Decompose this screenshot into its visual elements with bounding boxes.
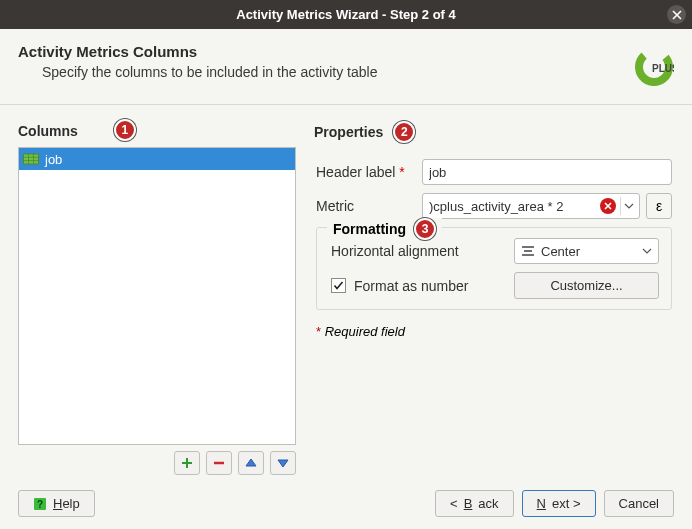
required-note: * Required field (316, 324, 672, 339)
customize-button[interactable]: Customize... (514, 272, 659, 299)
chevron-down-icon (624, 203, 634, 209)
annotation-badge-3: 3 (414, 218, 436, 240)
columns-section-title: Columns 1 (18, 121, 296, 141)
cancel-button[interactable]: Cancel (604, 490, 674, 517)
svg-text:PLUS: PLUS (652, 63, 674, 74)
column-list-item[interactable]: job (19, 148, 295, 170)
page-title: Activity Metrics Columns (18, 43, 674, 60)
epsilon-icon: ε (656, 198, 662, 214)
chevron-down-icon (642, 248, 652, 254)
annotation-badge-2: 2 (393, 121, 415, 143)
window-title: Activity Metrics Wizard - Step 2 of 4 (236, 7, 456, 22)
add-column-button[interactable] (174, 451, 200, 475)
columns-listbox[interactable]: job (18, 147, 296, 445)
title-bar: Activity Metrics Wizard - Step 2 of 4 (0, 0, 692, 29)
move-down-button[interactable] (270, 451, 296, 475)
svg-rect-2 (24, 154, 39, 164)
format-number-checkbox[interactable] (331, 278, 346, 293)
back-button[interactable]: < Back (435, 490, 514, 517)
halign-select[interactable]: Center (514, 238, 659, 264)
help-button[interactable]: ? Help (18, 490, 95, 517)
halign-label: Horizontal alignment (331, 243, 506, 259)
properties-section-title: Properties 2 (314, 121, 674, 143)
cplus-logo: PLUS (634, 47, 674, 91)
check-icon (333, 280, 344, 291)
formatting-group: Formatting 3 Horizontal alignment Center (316, 227, 672, 310)
metric-label: Metric (316, 198, 416, 214)
svg-text:?: ? (37, 499, 43, 510)
triangle-up-icon (244, 456, 258, 470)
formatting-label: Formatting (333, 221, 406, 237)
metric-dropdown-button[interactable] (620, 197, 636, 215)
annotation-badge-1: 1 (114, 119, 136, 141)
help-icon: ? (33, 497, 47, 511)
format-number-label: Format as number (354, 278, 468, 294)
table-cell-icon (23, 151, 39, 167)
remove-column-button[interactable] (206, 451, 232, 475)
align-center-icon (521, 245, 535, 257)
page-subtitle: Specify the columns to be included in th… (42, 64, 674, 80)
triangle-down-icon (276, 456, 290, 470)
close-icon (672, 10, 682, 20)
wizard-header: Activity Metrics Columns Specify the col… (0, 29, 692, 105)
header-label-label: Header label * (316, 164, 416, 180)
next-button[interactable]: Next > (522, 490, 596, 517)
metric-clear-button[interactable] (600, 198, 616, 214)
column-item-label: job (45, 152, 62, 167)
window-close-button[interactable] (667, 5, 686, 24)
x-icon (604, 202, 612, 210)
move-up-button[interactable] (238, 451, 264, 475)
header-label-input[interactable] (422, 159, 672, 185)
expression-builder-button[interactable]: ε (646, 193, 672, 219)
plus-icon (180, 456, 194, 470)
minus-icon (212, 456, 226, 470)
